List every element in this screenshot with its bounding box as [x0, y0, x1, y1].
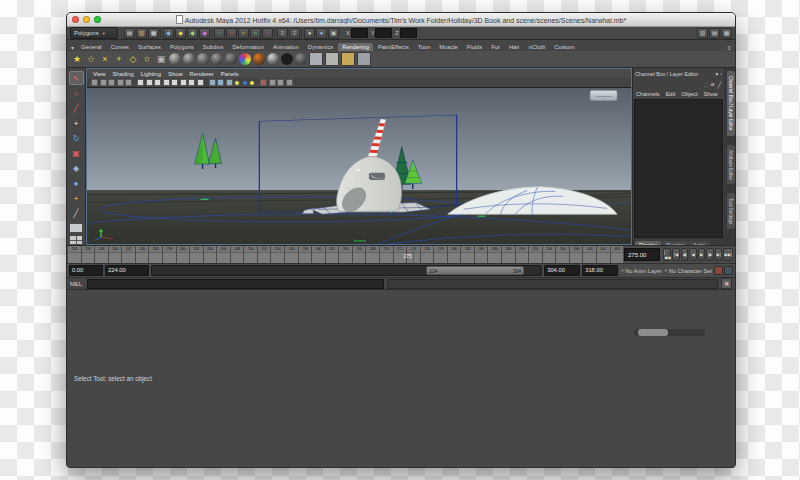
auto-keyframe-icon[interactable] [714, 266, 723, 275]
viewport-menu-panels[interactable]: Panels [221, 71, 239, 77]
ambient-light-icon[interactable]: ◇ [127, 53, 139, 65]
paint-select-tool[interactable]: ╱ [69, 101, 84, 115]
render-frame-icon[interactable]: ● [304, 28, 315, 39]
range-slider-track[interactable]: 224 304 [151, 265, 542, 276]
universal-manipulator-tool[interactable]: ◈ [69, 161, 84, 175]
playback-end-field[interactable]: 304.00 [544, 265, 580, 276]
command-line-output[interactable] [387, 279, 718, 289]
safe-action-icon[interactable] [197, 79, 204, 86]
frame-cell-254[interactable]: 254 [270, 246, 284, 263]
use-background-icon[interactable] [295, 53, 307, 65]
frame-cell-280[interactable]: 280 [447, 246, 461, 263]
frame-cell-270[interactable]: 270 [379, 246, 393, 263]
move-tool[interactable]: + [69, 116, 84, 130]
frame-cell-226[interactable]: 226 [81, 246, 95, 263]
current-frame-marker[interactable]: 275 [413, 246, 415, 263]
shelf-tab-subdivs[interactable]: Subdivs [199, 43, 228, 51]
anim-layer-dropdown[interactable]: ▼No Anim Layer [620, 268, 662, 274]
blinn-material-icon[interactable] [183, 53, 195, 65]
frame-cell-288[interactable]: 288 [501, 246, 515, 263]
frame-cell-296[interactable]: 296 [555, 246, 569, 263]
frame-cell-232[interactable]: 232 [121, 246, 135, 263]
frame-cell-276[interactable]: 276 [420, 246, 434, 263]
toggle-channel-box-icon[interactable]: ▦ [721, 28, 732, 39]
character-set-dropdown[interactable]: ▼No Character Set [664, 268, 712, 274]
shaded-display-icon[interactable] [217, 79, 224, 86]
frame-cell-264[interactable]: 264 [338, 246, 352, 263]
viewport-menu-shading[interactable]: Shading [112, 71, 133, 77]
make-live-icon[interactable]: ∩ [262, 28, 273, 39]
shelf-tab-toon[interactable]: Toon [414, 43, 435, 51]
shelf-tab-general[interactable]: General [77, 43, 106, 51]
current-time-field[interactable]: 275.00 [624, 248, 660, 261]
animation-preferences-icon[interactable] [724, 266, 733, 275]
channel-box-list[interactable] [634, 99, 723, 238]
viewport-menu-lighting[interactable]: Lighting [141, 71, 161, 77]
frame-cell-228[interactable]: 228 [94, 246, 108, 263]
shelf-tab-custom[interactable]: Custom [550, 43, 578, 51]
go-to-start-button[interactable]: |◀◀ [663, 248, 671, 261]
script-editor-icon[interactable]: ▣ [721, 278, 732, 289]
frame-cell-286[interactable]: 286 [487, 246, 501, 263]
select-object-icon[interactable]: ◆ [175, 28, 186, 39]
manipulator-xyz-icon[interactable]: ∴ [704, 81, 708, 88]
shelf-tab-ncloth[interactable]: nCloth [525, 43, 550, 51]
input-operations-icon[interactable]: ≡ [277, 28, 288, 39]
no-manipulator-icon[interactable]: ø [711, 81, 715, 87]
2d-pan-zoom-icon[interactable] [137, 79, 144, 86]
render-settings-icon[interactable]: ▣ [328, 28, 339, 39]
shelf-tab-rendering[interactable]: Rendering [338, 43, 373, 51]
frame-cell-224[interactable]: 224 [67, 246, 81, 263]
manipulator-speed-icon[interactable]: ╱ [717, 81, 721, 88]
panel-detach-icon[interactable]: ▫ [720, 71, 722, 77]
coord-input-z[interactable] [400, 28, 417, 38]
viewport-menu-view[interactable]: View [93, 71, 105, 77]
dock-tab-tool-settings[interactable]: Tool Settings [727, 193, 735, 229]
soft-modification-tool[interactable]: ● [69, 176, 84, 190]
frame-cell-266[interactable]: 266 [352, 246, 366, 263]
checker-texture-icon[interactable] [325, 52, 339, 66]
phong-material-icon[interactable] [211, 53, 223, 65]
toggle-tool-settings-icon[interactable]: ▤ [709, 28, 720, 39]
step-back-key-button[interactable]: |◀ [672, 248, 680, 261]
area-light-icon[interactable]: + [113, 53, 125, 65]
command-line-mode[interactable]: MEL [70, 281, 84, 287]
step-forward-frame-button[interactable]: |▶ [706, 248, 714, 261]
open-scene-icon[interactable]: ▥ [136, 28, 147, 39]
frame-cell-278[interactable]: 278 [433, 246, 447, 263]
black-hole-shader-icon[interactable] [281, 53, 293, 65]
frame-cell-260[interactable]: 260 [311, 246, 325, 263]
spot-light-icon[interactable]: ☆ [85, 53, 97, 65]
textured-display-icon[interactable] [226, 79, 233, 86]
frame-cell-252[interactable]: 252 [257, 246, 271, 263]
range-slider-bar[interactable]: 224 304 [426, 266, 524, 275]
toggle-attribute-editor-icon[interactable]: ▥ [697, 28, 708, 39]
scrollbar-thumb[interactable] [638, 329, 668, 336]
volume-light-icon[interactable]: ○ [141, 53, 153, 65]
dock-tab-attribute-editor[interactable]: Attribute Editor [727, 145, 735, 185]
play-forwards-button[interactable]: ▶ [698, 248, 706, 261]
bookmarks-icon[interactable] [117, 79, 124, 86]
wireframe-display-icon[interactable] [209, 79, 216, 86]
frame-cell-248[interactable]: 248 [230, 246, 244, 263]
snap-curve-icon[interactable]: ∩ [226, 28, 237, 39]
lambert-material-icon[interactable] [197, 53, 209, 65]
select-camera-icon[interactable] [91, 79, 98, 86]
grid-icon[interactable] [154, 79, 161, 86]
frame-cell-304[interactable]: 304 [610, 246, 624, 263]
film-gate-icon[interactable] [163, 79, 170, 86]
shelf-tab-dynamics[interactable]: Dynamics [304, 43, 337, 51]
select-tool[interactable]: ↖ [69, 71, 84, 85]
frame-cell-294[interactable]: 294 [542, 246, 556, 263]
viewport-menu-show[interactable]: Show [168, 71, 183, 77]
save-scene-icon[interactable]: ▦ [148, 28, 159, 39]
viewport-panel[interactable]: ViewShadingLightingShowRendererPanels [86, 68, 632, 245]
frame-cell-256[interactable]: 256 [284, 246, 298, 263]
window-titlebar[interactable]: Autodesk Maya 2012 Hotfix 4 x64: /Users/… [67, 13, 735, 27]
frame-cell-262[interactable]: 262 [325, 246, 339, 263]
shelf-tab-surfaces[interactable]: Surfaces [134, 43, 165, 51]
menu-set-dropdown[interactable]: Polygons ▼ [70, 27, 118, 39]
shelf-tab-polygons[interactable]: Polygons [166, 43, 198, 51]
channel-menu-object[interactable]: Object [681, 91, 697, 97]
isolate-select-icon[interactable] [260, 79, 267, 86]
